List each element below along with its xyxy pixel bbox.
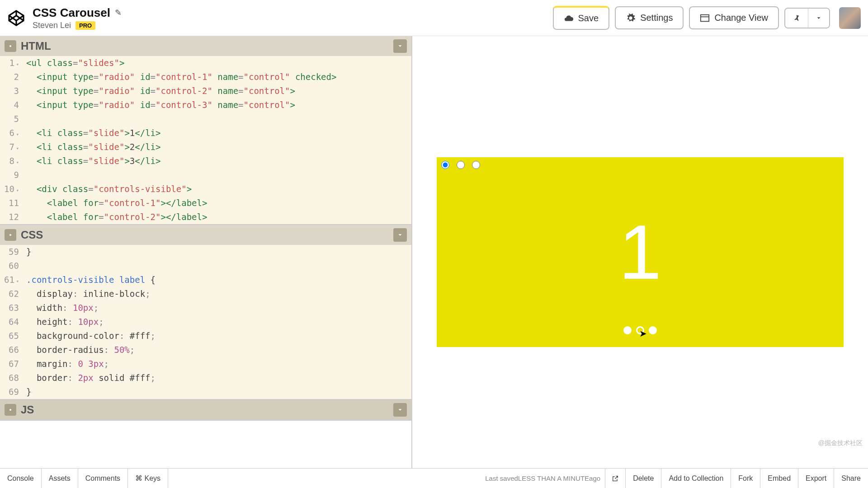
external-link-icon [612, 475, 619, 482]
change-view-label: Change View [714, 13, 768, 23]
codepen-logo [7, 9, 25, 27]
css-code: } .controls-visible label { display: inl… [24, 245, 411, 399]
keys-tab[interactable]: ⌘ Keys [128, 469, 168, 488]
settings-button[interactable]: Settings [615, 6, 684, 29]
html-gutter: 1▾2345 6▾7▾8▾9 10▾1112 [0, 56, 22, 224]
js-panel: JS [0, 400, 411, 421]
js-collapse-button[interactable] [393, 403, 407, 417]
gear-icon [7, 42, 14, 50]
pro-badge: PRO [75, 21, 95, 30]
fork-button[interactable]: Fork [731, 469, 760, 488]
css-editor[interactable]: 596061▾6263646566676869 } .controls-visi… [0, 245, 411, 399]
html-settings-button[interactable] [5, 40, 16, 52]
pin-button[interactable] [785, 9, 808, 28]
main-area: HTML 1▾2345 6▾7▾8▾9 10▾1112 <ul class="s… [0, 36, 868, 468]
delete-button[interactable]: Delete [625, 469, 661, 488]
pin-group [784, 8, 830, 28]
js-panel-title: JS [21, 404, 393, 416]
chevron-down-icon [397, 43, 403, 49]
pen-title[interactable]: CSS Carousel [33, 6, 110, 20]
html-collapse-button[interactable] [393, 39, 407, 53]
last-saved: Last saved LESS THAN A MINUTE ago [168, 469, 605, 488]
gear-icon [626, 13, 636, 23]
pin-icon [793, 14, 801, 22]
edit-title-icon[interactable]: ✎ [115, 8, 122, 18]
slide-number: 1 [437, 157, 844, 347]
html-code: <ul class="slides"> <input type="radio" … [24, 56, 411, 224]
avatar[interactable] [839, 7, 861, 29]
css-collapse-button[interactable] [393, 228, 407, 242]
svg-point-3 [9, 234, 11, 236]
comments-tab[interactable]: Comments [78, 469, 128, 488]
gear-icon [7, 231, 14, 239]
dot-1[interactable] [623, 326, 632, 334]
carousel: 1 ➤ [437, 157, 844, 347]
preview-pane: 1 ➤ @掘金技术社区 [412, 36, 868, 468]
watermark: @掘金技术社区 [818, 439, 863, 447]
html-panel-title: HTML [21, 40, 393, 52]
html-panel-header: HTML [0, 36, 411, 56]
editors-column: HTML 1▾2345 6▾7▾8▾9 10▾1112 <ul class="s… [0, 36, 412, 468]
svg-point-2 [9, 45, 11, 47]
chevron-down-icon [397, 232, 403, 238]
chevron-down-icon [397, 407, 403, 413]
dot-3[interactable] [649, 326, 657, 334]
top-bar: CSS Carousel ✎ Steven Lei PRO Save Setti… [0, 0, 868, 36]
cursor-icon: ➤ [639, 328, 647, 339]
css-settings-button[interactable] [5, 229, 16, 241]
assets-tab[interactable]: Assets [42, 469, 78, 488]
css-panel-title: CSS [21, 229, 393, 241]
css-panel: CSS 596061▾6263646566676869 } .controls-… [0, 225, 411, 400]
svg-rect-0 [701, 14, 709, 21]
open-external-button[interactable] [605, 469, 625, 488]
share-button[interactable]: Share [834, 469, 868, 488]
layout-icon [700, 13, 710, 23]
css-panel-header: CSS [0, 225, 411, 245]
gear-icon [7, 406, 14, 413]
svg-point-4 [9, 409, 11, 411]
chevron-down-icon [816, 15, 822, 21]
change-view-button[interactable]: Change View [689, 6, 779, 29]
settings-label: Settings [640, 13, 673, 23]
embed-button[interactable]: Embed [760, 469, 798, 488]
export-button[interactable]: Export [798, 469, 834, 488]
save-label: Save [578, 13, 599, 23]
js-settings-button[interactable] [5, 404, 16, 416]
css-gutter: 596061▾6263646566676869 [0, 245, 22, 399]
author-name[interactable]: Steven Lei [33, 21, 71, 30]
pin-dropdown-button[interactable] [808, 9, 829, 28]
js-panel-header: JS [0, 400, 411, 420]
console-tab[interactable]: Console [0, 469, 42, 488]
title-block: CSS Carousel ✎ Steven Lei PRO [33, 6, 122, 30]
cloud-icon [564, 14, 574, 23]
html-editor[interactable]: 1▾2345 6▾7▾8▾9 10▾1112 <ul class="slides… [0, 56, 411, 224]
footer-bar: Console Assets Comments ⌘ Keys Last save… [0, 468, 868, 488]
html-panel: HTML 1▾2345 6▾7▾8▾9 10▾1112 <ul class="s… [0, 36, 411, 225]
save-button[interactable]: Save [553, 6, 610, 30]
add-to-collection-button[interactable]: Add to Collection [661, 469, 731, 488]
